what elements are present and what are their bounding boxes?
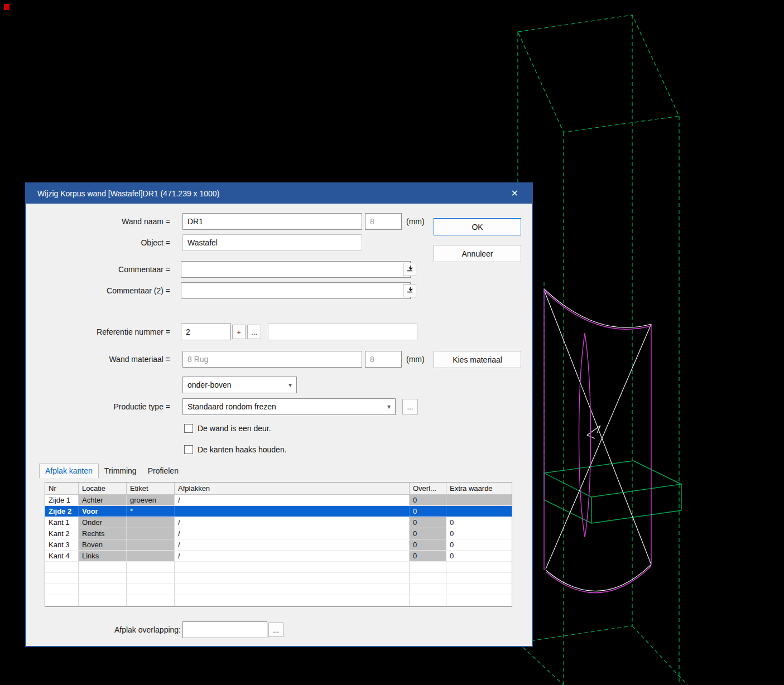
close-icon[interactable]: ✕ — [509, 188, 521, 199]
referentie-extra-input[interactable] — [268, 324, 417, 340]
commentaar-label: Commentaar = — [37, 261, 170, 278]
col-header-afplakken[interactable]: Afplakken — [175, 483, 410, 495]
checkbox-wand-is-deur[interactable] — [184, 424, 193, 433]
annuleer-button[interactable]: Annuleer — [434, 245, 521, 262]
tabbar: Afplak kanten Trimming Profielen — [39, 464, 184, 478]
cell-overl: 0 — [410, 495, 446, 505]
cell-afplakken: / — [175, 528, 410, 539]
wand-materiaal-label: Wand materiaal = — [37, 351, 170, 368]
table-header-row: Nr Locatie Etiket Afplakken Overl... Ext… — [45, 483, 512, 495]
table-row-empty[interactable] — [45, 562, 512, 573]
cell-overl: 0 — [410, 539, 446, 550]
productie-dots-button[interactable]: ... — [402, 399, 418, 414]
col-header-nr[interactable]: Nr — [45, 483, 79, 495]
cell-nr: Kant 4 — [45, 551, 79, 561]
cell-locatie: Achter — [79, 495, 127, 505]
dialog-title: Wijzig Korpus wand [Wastafel]DR1 (471.23… — [37, 189, 219, 198]
afplak-overlapping-label: Afplak overlapping: — [47, 621, 181, 638]
cell-afplakken: / — [175, 495, 410, 505]
col-header-locatie[interactable]: Locatie — [79, 483, 127, 495]
cell-overl: 0 — [410, 517, 446, 528]
referentie-nummer-label: Referentie nummer = — [37, 324, 170, 340]
table-row-empty[interactable] — [45, 595, 512, 606]
curved-wall-panel — [544, 289, 651, 593]
tab-afplak-kanten[interactable]: Afplak kanten — [39, 464, 99, 478]
wand-naam-label: Wand naam = — [37, 213, 170, 230]
ok-button[interactable]: OK — [434, 218, 521, 235]
cell-nr: Kant 2 — [45, 528, 79, 539]
tab-profielen[interactable]: Profielen — [142, 464, 184, 478]
table-row[interactable]: Kant 3 Boven / 0 0 — [45, 539, 512, 551]
cell-extra — [446, 495, 512, 505]
mm-label-2: (mm) — [406, 351, 437, 368]
kies-materiaal-button[interactable]: Kies materiaal — [434, 351, 521, 368]
cell-afplakken: / — [175, 517, 410, 528]
col-header-etiket[interactable]: Etiket — [127, 483, 175, 495]
afplak-overlapping-dots-button[interactable]: ... — [268, 623, 283, 637]
table-row[interactable]: Kant 4 Links / 0 0 — [45, 551, 512, 562]
cell-extra: 0 — [446, 528, 512, 539]
table-row-empty[interactable] — [45, 573, 512, 584]
cell-extra: 0 — [446, 517, 512, 528]
cell-locatie: Onder — [79, 517, 127, 528]
afplak-overlapping-input[interactable] — [182, 621, 267, 638]
productie-type-dropdown[interactable]: Standaard rondom frezen ▾ — [182, 398, 396, 415]
wand-naam-input[interactable] — [182, 213, 362, 230]
chevron-down-icon: ▾ — [288, 381, 292, 389]
checkbox-kanten-haaks[interactable] — [184, 445, 193, 454]
cell-locatie: Boven — [79, 539, 127, 550]
commentaar-input[interactable] — [181, 261, 411, 278]
cell-afplakken: / — [175, 539, 410, 550]
cell-overl: 0 — [410, 551, 446, 561]
table-row-selected[interactable]: Zijde 2 Voor * 0 — [45, 506, 512, 517]
commentaar-insert-button[interactable] — [403, 263, 416, 276]
cell-etiket: * — [127, 506, 175, 517]
cell-etiket — [127, 539, 175, 550]
wand-dikte-input[interactable] — [365, 213, 402, 230]
checkbox-kanten-haaks-label: De kanten haaks houden. — [198, 445, 287, 455]
dialog-wijzig-korpus-wand: Wijzig Korpus wand [Wastafel]DR1 (471.23… — [25, 182, 533, 647]
dialog-titlebar[interactable]: Wijzig Korpus wand [Wastafel]DR1 (471.23… — [26, 184, 532, 204]
construction-lines — [544, 289, 651, 591]
table-row-empty[interactable] — [45, 584, 512, 595]
materiaal-dikte-input[interactable] — [365, 351, 402, 368]
chevron-down-icon: ▾ — [387, 403, 391, 411]
richting-value: onder-boven — [187, 380, 232, 389]
mm-label-1: (mm) — [406, 213, 437, 230]
tab-trimming[interactable]: Trimming — [99, 464, 142, 478]
bottom-shelf-wireframe — [544, 461, 681, 523]
cell-locatie: Voor — [79, 506, 127, 517]
productie-type-value: Standaard rondom frezen — [187, 402, 276, 411]
checkbox-wand-is-deur-label: De wand is een deur. — [198, 424, 271, 433]
richting-dropdown[interactable]: onder-boven ▾ — [182, 377, 297, 393]
commentaar2-insert-button[interactable] — [403, 284, 416, 297]
cell-nr: Kant 3 — [45, 539, 79, 550]
cell-etiket: groeven — [127, 495, 175, 505]
cell-etiket — [127, 528, 175, 539]
cell-nr: Zijde 1 — [45, 495, 79, 505]
insert-down-icon — [406, 265, 413, 274]
col-header-extra-waarde[interactable]: Extra waarde — [446, 483, 512, 495]
cell-afplakken: / — [175, 551, 410, 561]
table-row[interactable]: Kant 1 Onder / 0 0 — [45, 517, 512, 528]
wand-materiaal-input[interactable] — [182, 351, 362, 368]
referentie-plus-button[interactable]: + — [232, 325, 246, 339]
cell-extra — [446, 506, 512, 517]
table-row[interactable]: Kant 2 Rechts / 0 0 — [45, 528, 512, 539]
table-row[interactable]: Zijde 1 Achter groeven / 0 — [45, 495, 512, 506]
afplak-kanten-table: Nr Locatie Etiket Afplakken Overl... Ext… — [45, 482, 512, 607]
commentaar2-input[interactable] — [181, 282, 411, 299]
cell-nr: Zijde 2 — [45, 506, 79, 517]
referentie-nummer-input[interactable] — [181, 324, 231, 340]
cell-locatie: Rechts — [79, 528, 127, 539]
cabinet-box-wireframe — [518, 15, 687, 685]
col-header-overl[interactable]: Overl... — [410, 483, 446, 495]
referentie-dots-button[interactable]: ... — [247, 325, 261, 339]
cell-extra: 0 — [446, 539, 512, 550]
object-input[interactable] — [182, 234, 362, 251]
cell-locatie: Links — [79, 551, 127, 561]
object-label: Object = — [37, 234, 170, 251]
cell-etiket — [127, 517, 175, 528]
cell-etiket — [127, 551, 175, 561]
cell-overl: 0 — [410, 528, 446, 539]
